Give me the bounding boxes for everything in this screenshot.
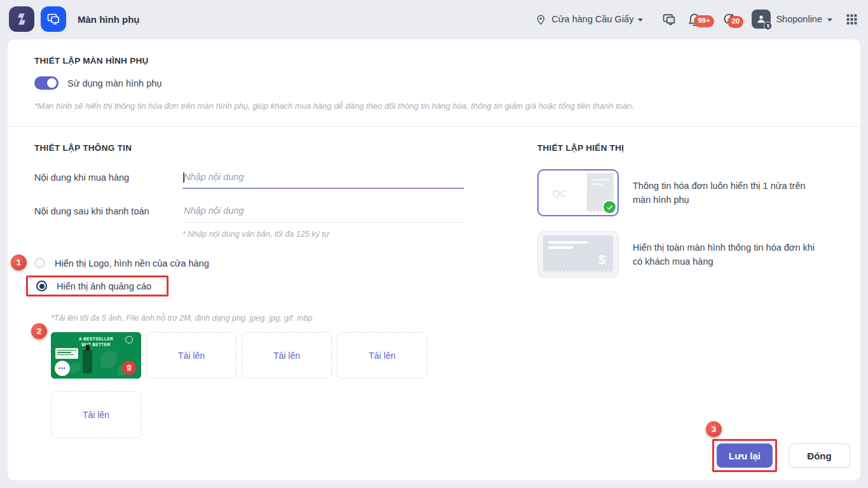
radio-label-ads: Hiển thị ảnh quảng cáo [57, 281, 151, 291]
field-label-after-payment-content: Nội dung sau khi thanh toán [34, 204, 183, 216]
upload-note: *Tải lên tối đa 5 ảnh, File ảnh hỗ trợ 2… [51, 314, 518, 323]
radio-circle-unselected [34, 258, 45, 268]
info-section-heading: THIẾT LẬP THÔNG TIN [34, 143, 518, 153]
field-note: * Nhập nội dung văn bản, tối đa 125 ký t… [183, 230, 518, 239]
upload-button-label: Tải lên [83, 410, 109, 420]
dollar-badge-icon: $ [764, 22, 772, 30]
s-logo-icon [15, 12, 29, 26]
user-name: Shoponline [776, 14, 822, 24]
upload-button[interactable]: Tải lên [242, 332, 332, 379]
header-actions: Cửa hàng Cầu Giấy 99+ 20 [535, 10, 858, 29]
radio-circle-selected [36, 281, 47, 291]
upload-grid: 2 A BESTSELLER BUT BETTER ••• [51, 332, 434, 438]
sync-button[interactable]: 20 [722, 12, 736, 26]
chevron-down-icon [638, 18, 643, 22]
receipt-full-shape: $ [543, 235, 613, 272]
field-label-purchase-content: Nội dung khi mua hàng [34, 171, 183, 183]
radio-label-logo: Hiển thị Logo, hình nền của cửa hàng [55, 258, 209, 268]
annotation-box-step-3: 3 Lưu lại [712, 439, 777, 472]
close-button[interactable]: Đóng [789, 443, 850, 468]
setup-section: THIẾT LẬP MÀN HÌNH PHỤ Sử dụng màn hình … [8, 39, 860, 126]
display-option-half-thumbnail: QC [537, 169, 619, 216]
user-menu[interactable]: $ Shoponline [752, 10, 832, 29]
grid-menu-icon [846, 13, 858, 25]
info-section: THIẾT LẬP THÔNG TIN Nội dung khi mua hàn… [34, 143, 518, 438]
annotation-step-3: 3 [706, 421, 722, 437]
display-option-half[interactable]: QC Thông tin hóa đơn luôn hiển thị 1 nửa… [537, 169, 843, 216]
location-pin-icon [535, 13, 547, 25]
trash-icon [125, 364, 133, 372]
display-mode-radio-group: 1 Hiển thị Logo, hình nền của cửa hàng H… [34, 258, 518, 296]
toggle-knob [47, 78, 57, 88]
display-section: THIẾT LẬP HIỂN THỊ QC Thông tin hóa đơn … [537, 143, 843, 278]
annotation-step-2: 2 [31, 323, 47, 339]
sync-badge: 20 [727, 16, 743, 28]
qc-label: QC [553, 188, 567, 199]
ad-product-label [55, 348, 78, 359]
page-title: Màn hình phụ [78, 14, 139, 25]
upload-button[interactable]: Tải lên [337, 332, 427, 379]
upload-button-label: Tải lên [369, 351, 396, 361]
text-cursor [183, 172, 184, 183]
apps-grid-button[interactable] [846, 13, 858, 25]
upload-button[interactable]: Tải lên [146, 332, 237, 379]
uploaded-image-tile: 2 A BESTSELLER BUT BETTER ••• [51, 332, 141, 379]
delete-image-button[interactable] [122, 361, 136, 375]
upload-button[interactable]: Tải lên [51, 391, 141, 438]
check-icon [602, 200, 617, 214]
brand-logo-icon [125, 336, 133, 344]
setup-section-heading: THIẾT LẬP MÀN HÌNH PHỤ [34, 56, 834, 66]
notification-badge: 99+ [694, 15, 714, 27]
app-header: Màn hình phụ Cửa hàng Cầu Giấy 99+ [0, 0, 868, 38]
notifications-button[interactable]: 99+ [687, 11, 702, 27]
display-section-heading: THIẾT LẬP HIỂN THỊ [537, 143, 843, 153]
footer-actions: 3 Lưu lại Đóng [8, 439, 860, 480]
radio-display-ads[interactable]: Hiển thị ảnh quảng cáo [36, 281, 151, 291]
image-options-button[interactable]: ••• [55, 361, 70, 376]
dual-screen-icon [661, 11, 677, 27]
secondary-screen-app-icon[interactable] [41, 6, 66, 32]
purchase-content-input[interactable] [183, 171, 464, 189]
save-button[interactable]: Lưu lại [717, 443, 773, 468]
avatar: $ [752, 10, 771, 29]
upload-button-label: Tải lên [273, 351, 300, 361]
ad-product-bottle [83, 350, 92, 373]
display-option-full[interactable]: $ Hiển thị toàn màn hình thông tin hóa đ… [537, 231, 843, 278]
display-option-full-thumbnail: $ [537, 231, 619, 278]
upload-button-label: Tải lên [178, 351, 205, 361]
dual-screen-app-icon [46, 11, 61, 27]
display-option-half-description: Thông tin hóa đơn luôn hiển thị 1 nửa tr… [633, 179, 823, 207]
app-logo[interactable] [9, 6, 34, 32]
annotation-step-1: 1 [11, 254, 27, 270]
chevron-down-icon [827, 18, 832, 22]
display-option-full-description: Hiển thị toàn màn hình thông tin hóa đơn… [633, 241, 823, 269]
store-selector[interactable]: Cửa hàng Cầu Giấy [535, 13, 643, 25]
use-secondary-screen-toggle[interactable] [34, 76, 59, 90]
radio-display-logo[interactable]: Hiển thị Logo, hình nền của cửa hàng [34, 258, 518, 268]
setup-note: *Màn hình sẽ hiển thị thông tin hóa đơn … [34, 101, 834, 111]
main-panel: THIẾT LẬP MÀN HÌNH PHỤ Sử dụng màn hình … [8, 39, 860, 480]
toggle-label: Sử dụng màn hình phụ [67, 78, 162, 88]
annotation-box-step-1: Hiển thị ảnh quảng cáo [26, 275, 169, 296]
store-name: Cửa hàng Cầu Giấy [551, 14, 633, 24]
after-payment-content-input[interactable] [183, 204, 464, 223]
dollar-icon: $ [598, 252, 606, 267]
dual-screen-button[interactable] [661, 11, 677, 27]
